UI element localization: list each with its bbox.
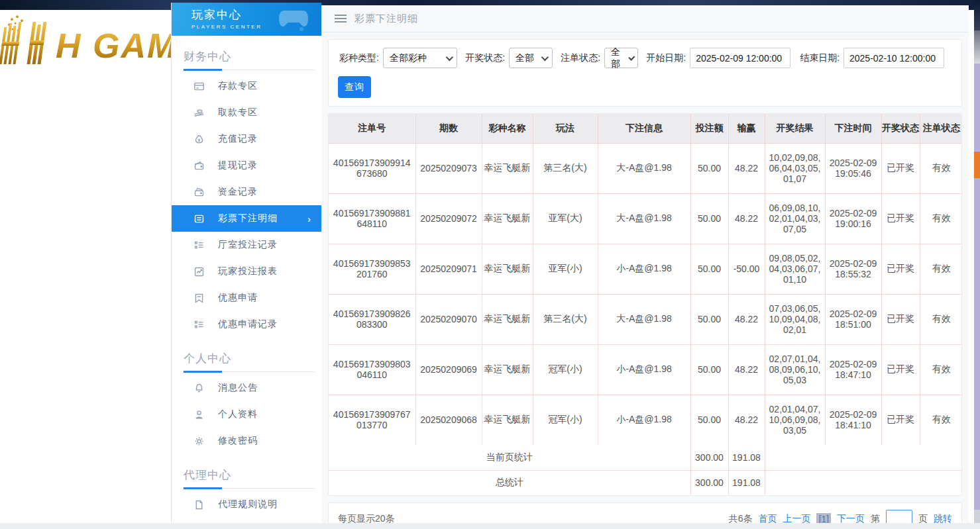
cell-period: 20250209073 [415,143,482,193]
bet-table-card: 注单号期数彩种名称玩法下注信息投注额输赢开奖结果下注时间开奖状态注单状态 401… [328,113,962,496]
table-row: 40156917390988164811020250209072幸运飞艇新亚军(… [329,193,962,244]
cell-lottery: 幸运飞艇新 [482,294,533,344]
sidebar-item-label: 彩票下注明细 [218,213,278,224]
total-summary-amount: 300.00 [690,470,728,495]
chevron-right-icon: › [307,213,311,224]
cell-bet-time: 2025-02-09 19:05:46 [825,143,881,193]
sidebar-item-recharge-records[interactable]: 充值记录 [172,126,321,152]
column-header: 下注信息 [598,114,690,143]
order-status-label: 注单状态: [561,52,600,64]
section-title: 财务中心 [172,36,321,70]
cell-result: 09,08,05,02,04,03,06,07,01,10 [765,244,825,294]
sidebar-item-withdraw-records[interactable]: 提现记录 [172,152,321,179]
gamepad-icon [278,7,312,32]
sidebar-item-label: 修改密码 [218,435,258,447]
draw-status-value: 全部 [516,52,534,64]
sidebar-item-agent-rules[interactable]: 代理规则说明 [172,491,321,518]
total-summary-row: 总统计 300.00 191.08 [329,470,962,495]
lottery-type-select[interactable]: 全部彩种 [383,48,457,68]
scrollbar[interactable] [974,0,980,529]
column-header: 注单状态 [920,114,962,143]
cell-draw-status: 已开奖 [881,395,920,445]
column-header: 玩法 [533,114,598,143]
cell-win-loss: 48.22 [728,193,765,244]
sidebar-item-profile[interactable]: 个人资料 [172,401,321,428]
order-status-select[interactable]: 全部 [604,48,638,68]
table-header-row: 注单号期数彩种名称玩法下注信息投注额输赢开奖结果下注时间开奖状态注单状态 [329,114,962,143]
cell-amount: 50.00 [690,244,728,294]
page-summary-amount: 300.00 [690,445,728,470]
cell-lottery: 幸运飞艇新 [482,244,533,294]
start-date-input[interactable] [690,48,790,68]
sidebar-item-change-password[interactable]: 修改密码 [172,428,321,454]
cell-play: 亚军(大) [533,193,598,244]
document-icon [193,499,205,510]
sidebar-item-label: 充值记录 [218,133,258,145]
gear-icon [193,435,205,447]
sidebar-item-hall-bet-records[interactable]: 厅室投注记录 [172,232,321,258]
filter-bar: 彩种类型: 全部彩种 开奖状态: 全部 注单状态: 全部 开始日期: 结束日期:… [328,39,962,107]
cell-result: 10,02,09,08,06,04,03,05,01,07 [765,143,825,193]
table-row: 40156917390976701377020250209068幸运飞艇新冠军(… [329,395,962,445]
sidebar-item-label: 优惠申请记录 [218,318,278,330]
sidebar-item-label: 资金记录 [218,186,258,198]
money-bag-icon [193,133,205,145]
page-summary-row: 当前页统计 300.00 191.08 [329,445,962,470]
order-status-value: 全部 [611,46,622,70]
column-header: 开奖状态 [881,114,920,143]
cell-bet-time: 2025-02-09 18:41:10 [825,395,881,445]
sidebar-item-withdraw-zone[interactable]: 取款专区 [172,99,321,126]
bet-table: 注单号期数彩种名称玩法下注信息投注额输赢开奖结果下注时间开奖状态注单状态 401… [329,114,962,495]
section-title: 代理中心 [172,454,321,488]
cell-draw-status: 已开奖 [881,193,920,244]
scrollbar-fade [974,30,980,64]
sidebar-item-promo-apply[interactable]: 优惠申请 [172,285,321,311]
cell-order-status: 有效 [920,344,962,395]
cell-lottery: 幸运飞艇新 [482,344,533,395]
end-date-input[interactable] [844,48,944,68]
total-summary-empty [765,470,962,495]
page-title: 彩票下注明细 [354,13,418,25]
cell-order-status: 有效 [920,294,962,344]
sidebar-item-player-bet-report[interactable]: 玩家投注报表 [172,258,321,285]
sidebar-item-lottery-bet-details[interactable]: 彩票下注明细› [172,205,321,232]
sidebar-item-deposit-zone[interactable]: 存款专区 [172,73,321,99]
column-header: 期数 [415,114,482,143]
scrollbar-thumb[interactable] [974,152,980,178]
cell-bet-info: 大-A盘@1.98 [598,143,690,193]
sidebar-item-label: 优惠申请 [218,292,258,304]
table-row: 40156917390980304611020250209069幸运飞艇新冠军(… [329,344,962,395]
cell-amount: 50.00 [690,395,728,445]
sidebar-item-funds-records[interactable]: 资金记录 [172,179,321,205]
cell-draw-status: 已开奖 [881,294,920,344]
cell-lottery: 幸运飞艇新 [482,193,533,244]
sidebar-item-label: 提现记录 [218,160,258,171]
list-icon [193,239,205,251]
sidebar-header: 玩家中心 PLAYERS CENTER [172,3,321,36]
draw-status-select[interactable]: 全部 [509,48,553,68]
cell-period: 20250209069 [415,344,482,395]
cell-play: 第三名(大) [533,294,598,344]
bank-card-icon [193,80,205,92]
page-summary-label: 当前页统计 [329,445,690,470]
sidebar: 玩家中心 PLAYERS CENTER 财务中心存款专区取款专区充值记录提现记录… [171,3,321,529]
hamburger-menu-icon[interactable] [335,15,347,23]
sidebar-item-promo-apply-records[interactable]: 优惠申请记录 [172,311,321,338]
cell-period: 20250209070 [415,294,482,344]
column-header: 注单号 [329,114,415,143]
sidebar-item-messages[interactable]: 消息公告 [172,375,321,401]
page-header: 彩票下注明细 [321,5,969,32]
lottery-type-label: 彩种类型: [339,52,379,64]
search-button[interactable]: 查询 [338,76,371,98]
page-summary-winloss: 191.08 [728,445,765,470]
section-divider [184,70,315,70]
cell-order-status: 有效 [920,244,962,294]
draw-status-label: 开奖状态: [465,52,505,64]
bell-icon [193,382,205,394]
sidebar-item-label: 取款专区 [218,107,258,119]
total-summary-winloss: 191.08 [728,470,765,495]
cell-draw-status: 已开奖 [881,244,920,294]
cell-draw-status: 已开奖 [881,344,920,395]
brand-logo: H GAME [0,10,171,70]
cell-result: 06,09,08,10,02,01,04,03,07,05 [765,193,825,244]
